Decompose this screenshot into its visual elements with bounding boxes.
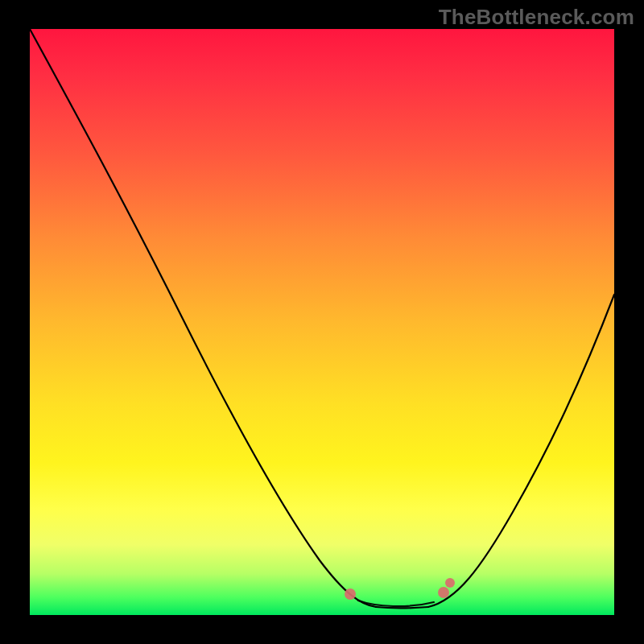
watermark-text: TheBottleneck.com [439,5,634,30]
optimal-region-right-dot-2 [445,578,455,588]
optimal-region-left-dot [345,588,356,600]
plot-area [30,29,614,615]
optimal-region-right-dot [438,587,449,598]
bottleneck-curve [30,29,614,615]
chart-canvas: TheBottleneck.com [0,0,644,644]
